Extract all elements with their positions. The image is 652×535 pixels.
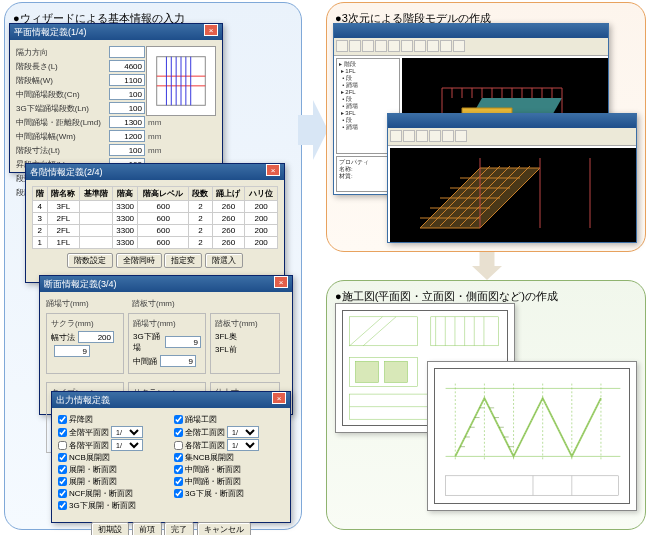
dlg4-button[interactable]: 前項 bbox=[132, 522, 162, 535]
chk-dlg4-right-6[interactable] bbox=[174, 489, 183, 498]
chk-label: 踊場工図 bbox=[185, 414, 217, 425]
dlg1-unit-7: mm bbox=[148, 146, 161, 155]
dlg1-input-1[interactable] bbox=[109, 60, 145, 72]
g1-f1[interactable] bbox=[54, 345, 90, 357]
g2-f1[interactable] bbox=[160, 355, 196, 367]
g1-f0l: 幅寸法 bbox=[51, 332, 75, 343]
table-row[interactable]: 43FL33006002260200 bbox=[33, 201, 278, 213]
chk-dlg4-left-3[interactable] bbox=[58, 453, 67, 462]
arrow-down-icon bbox=[472, 252, 502, 280]
drawing-sheet-2 bbox=[427, 361, 637, 511]
g1-title: サクラ(mm) bbox=[51, 318, 119, 329]
g2-f0l: 3G下踊場 bbox=[133, 331, 162, 353]
dlg1-title-text: 平面情報定義(1/4) bbox=[14, 24, 87, 40]
g2-f0[interactable] bbox=[165, 336, 201, 348]
tb-btn[interactable] bbox=[375, 40, 387, 52]
tb-btn[interactable] bbox=[429, 130, 441, 142]
dlg1-input-7[interactable] bbox=[109, 144, 145, 156]
cad1-titlebar[interactable] bbox=[334, 24, 608, 38]
table-row[interactable]: 32FL33006002260200 bbox=[33, 213, 278, 225]
dlg1-input-2[interactable] bbox=[109, 74, 145, 86]
tb-btn[interactable] bbox=[401, 40, 413, 52]
dlg1-input-3[interactable] bbox=[109, 88, 145, 100]
chk-dlg4-left-2[interactable] bbox=[58, 441, 67, 450]
g3-f1l: 3FL前 bbox=[215, 344, 237, 355]
chk-dlg4-left-0[interactable] bbox=[58, 415, 67, 424]
table-row[interactable]: 11FL33006002260200 bbox=[33, 237, 278, 249]
chk-dlg4-left-4[interactable] bbox=[58, 465, 67, 474]
table-row[interactable]: 22FL33006002260200 bbox=[33, 225, 278, 237]
tb-btn[interactable] bbox=[390, 130, 402, 142]
cad2-titlebar[interactable] bbox=[388, 114, 636, 128]
table-header: 階名称 bbox=[47, 187, 80, 201]
chk-label: NCF展開・断面図 bbox=[69, 488, 133, 499]
dlg3-titlebar[interactable]: 断面情報定義(3/4) × bbox=[40, 276, 292, 292]
cad2-toolbar bbox=[388, 128, 636, 146]
chk-dlg4-left-5[interactable] bbox=[58, 477, 67, 486]
tb-btn[interactable] bbox=[416, 130, 428, 142]
chk-dlg4-right-4[interactable] bbox=[174, 465, 183, 474]
dlg1-input-6[interactable] bbox=[109, 130, 145, 142]
tb-btn[interactable] bbox=[336, 40, 348, 52]
viewport-3d-2[interactable] bbox=[390, 148, 636, 242]
chk-dlg4-right-0[interactable] bbox=[174, 415, 183, 424]
table-header: 段数 bbox=[189, 187, 213, 201]
svg-line-44 bbox=[363, 317, 396, 346]
dlg2-button[interactable]: 全階同時 bbox=[116, 253, 162, 268]
tb-btn[interactable] bbox=[414, 40, 426, 52]
tb-btn[interactable] bbox=[403, 130, 415, 142]
table-header: 基準階 bbox=[80, 187, 113, 201]
table-header: ハリ位 bbox=[245, 187, 278, 201]
floor-table[interactable]: 階階名称基準階階高階高レベル段数踊上げハリ位 43FL3300600226020… bbox=[32, 186, 278, 249]
svg-rect-53 bbox=[355, 361, 378, 382]
tb-btn[interactable] bbox=[440, 40, 452, 52]
dlg-output-info: 出力情報定義 × 昇降図全階平面図1/各階平面図1/NCB展開図展開・断面図展開… bbox=[51, 391, 291, 523]
chk-dlg4-right-3[interactable] bbox=[174, 453, 183, 462]
tb-btn[interactable] bbox=[388, 40, 400, 52]
dlg1-input-0[interactable] bbox=[109, 46, 145, 58]
chk-label: 各階工面図 bbox=[185, 440, 225, 451]
dlg1-titlebar[interactable]: 平面情報定義(1/4) × bbox=[10, 24, 222, 40]
chk-dlg4-right-2[interactable] bbox=[174, 441, 183, 450]
chk-label: 各階平面図 bbox=[69, 440, 109, 451]
dlg-plane-info: 平面情報定義(1/4) × 隔力方向階段長さ(L)mm階段幅(W)mm中間踊場段… bbox=[9, 23, 223, 173]
scale-select[interactable]: 1/ bbox=[111, 439, 143, 451]
tb-btn[interactable] bbox=[427, 40, 439, 52]
chk-dlg4-left-1[interactable] bbox=[58, 428, 67, 437]
chk-dlg4-right-1[interactable] bbox=[174, 428, 183, 437]
g1-f0[interactable] bbox=[78, 331, 114, 343]
tb-btn[interactable] bbox=[349, 40, 361, 52]
tb-btn[interactable] bbox=[455, 130, 467, 142]
dlg1-input-5[interactable] bbox=[109, 116, 145, 128]
chk-dlg4-left-7[interactable] bbox=[58, 501, 67, 510]
table-header: 階 bbox=[33, 187, 48, 201]
drawing-panel-title: ●施工図(平面図・立面図・側面図など)の作成 bbox=[335, 289, 637, 304]
scale-select[interactable]: 1/ bbox=[111, 426, 143, 438]
chk-dlg4-right-5[interactable] bbox=[174, 477, 183, 486]
dlg2-button[interactable]: 指定変 bbox=[164, 253, 202, 268]
dlg2-titlebar[interactable]: 各階情報定義(2/4) × bbox=[26, 164, 284, 180]
dlg4-titlebar[interactable]: 出力情報定義 × bbox=[52, 392, 290, 408]
chk-dlg4-left-6[interactable] bbox=[58, 489, 67, 498]
wizard-panel: ●ウィザードによる基本情報の入力 平面情報定義(1/4) × 隔力方向階 bbox=[4, 2, 302, 530]
dlg1-input-4[interactable] bbox=[109, 102, 145, 114]
tb-btn[interactable] bbox=[362, 40, 374, 52]
chk-label: NCB展開図 bbox=[69, 452, 110, 463]
chk-label: 中間踊・断面図 bbox=[185, 476, 241, 487]
col-h1: 踊場寸(mm) bbox=[46, 298, 126, 309]
dlg4-button[interactable]: キャンセル bbox=[197, 522, 251, 535]
scale-select[interactable]: 1/ bbox=[227, 439, 259, 451]
dlg2-button[interactable]: 階数設定 bbox=[67, 253, 113, 268]
close-icon[interactable]: × bbox=[274, 276, 288, 288]
tb-btn[interactable] bbox=[442, 130, 454, 142]
dlg1-label-2: 階段幅(W) bbox=[16, 75, 106, 86]
close-icon[interactable]: × bbox=[272, 392, 286, 404]
close-icon[interactable]: × bbox=[266, 164, 280, 176]
tb-btn[interactable] bbox=[453, 40, 465, 52]
close-icon[interactable]: × bbox=[204, 24, 218, 36]
svg-rect-76 bbox=[446, 476, 619, 495]
scale-select[interactable]: 1/ bbox=[227, 426, 259, 438]
dlg4-button[interactable]: 初期設 bbox=[91, 522, 129, 535]
dlg4-button[interactable]: 完了 bbox=[164, 522, 194, 535]
dlg2-button[interactable]: 階選入 bbox=[205, 253, 243, 268]
